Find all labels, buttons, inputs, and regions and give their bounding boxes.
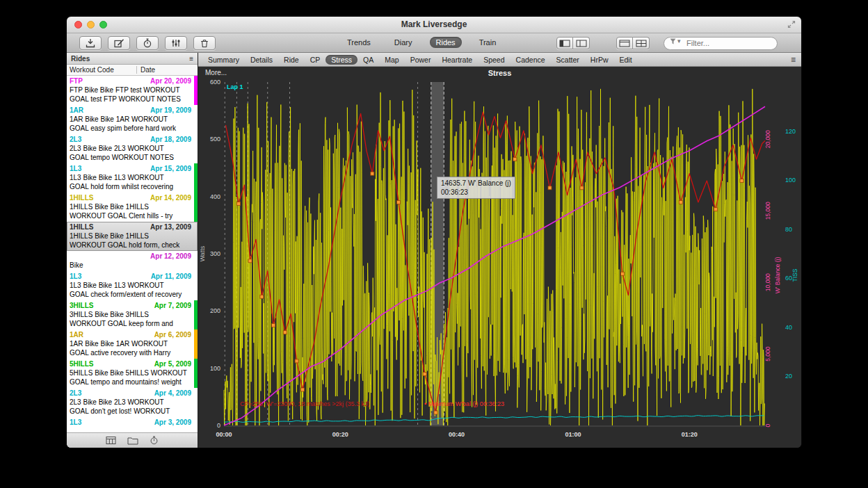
match-marker — [248, 259, 252, 263]
stopwatch-icon — [143, 38, 152, 48]
stress-chart[interactable]: 00:0000:2000:4001:0001:20010020030040050… — [198, 67, 801, 448]
ride-row[interactable]: FTPApr 20, 2009FTP Bike Bike FTP test WO… — [67, 76, 198, 105]
column-header-date[interactable]: Date — [136, 66, 198, 74]
ride-description-line: GOAL don't get lost! WORKOUT — [70, 407, 191, 416]
ride-color-bar — [194, 193, 198, 222]
calendar-icon[interactable] — [106, 436, 116, 445]
ride-description-line: 1L3 Bike Bike 1L3 WORKOUT — [70, 173, 191, 182]
ride-workout-code: 1AR — [70, 330, 83, 339]
ride-row[interactable]: 1L3Apr 11, 20091L3 Bike Bike 1L3 WORKOUT… — [67, 271, 198, 300]
x-tick-label: 01:20 — [682, 431, 698, 438]
chart-annotation: • Minimum W'bal (j) 00:36:23 — [424, 400, 504, 407]
tab-edit[interactable]: Edit — [614, 55, 638, 65]
right-sidebar-icon — [576, 40, 587, 47]
toggle-left-sidebar-button[interactable] — [556, 37, 573, 49]
tab-ride[interactable]: Ride — [278, 55, 305, 65]
fullscreen-icon[interactable] — [787, 20, 796, 29]
view-train[interactable]: Train — [473, 37, 503, 48]
match-marker — [621, 272, 625, 275]
view-rides[interactable]: Rides — [430, 37, 462, 48]
tiled-view-button[interactable] — [633, 37, 650, 49]
tab-cadence[interactable]: Cadence — [511, 55, 551, 65]
tab-speed[interactable]: Speed — [478, 55, 510, 65]
y-left-axis-title: Watts — [199, 245, 206, 261]
match-marker — [580, 186, 584, 190]
ride-row[interactable]: 1HILLSApr 14, 20091HILLS Bike Bike 1HILL… — [67, 193, 198, 222]
ride-date: Apr 19, 2009 — [150, 106, 191, 115]
ride-description-line: GOAL test FTP WORKOUT NOTES — [70, 95, 191, 104]
wbal-tick-label: 20,000 — [764, 130, 771, 148]
tab-cp[interactable]: CP — [305, 55, 326, 65]
tab-stress[interactable]: Stress — [326, 55, 357, 65]
ride-row[interactable]: 5HILLSApr 5, 20095HILLS Bike Bike 5HILLS… — [67, 359, 198, 388]
ride-row[interactable]: 1ARApr 6, 20091AR Bike Bike 1AR WORKOUTG… — [67, 330, 198, 359]
ride-date: Apr 15, 2009 — [150, 164, 191, 173]
ride-date: Apr 13, 2009 — [150, 222, 191, 231]
left-sidebar-icon — [559, 40, 570, 47]
chart-tooltip: 14635.7 W' Balance (j) 00:36:23 — [437, 177, 515, 199]
intervals-button[interactable] — [165, 36, 187, 50]
sidebar-menu-icon[interactable]: ≡ — [189, 55, 193, 63]
ride-workout-code: 1L3 — [70, 272, 81, 281]
tiss-tick-label: 20 — [785, 373, 792, 380]
ride-date: Apr 12, 2009 — [150, 252, 191, 261]
ride-description-line: WORKOUT GOAL hold form, check — [70, 241, 191, 250]
ride-color-bar — [194, 76, 198, 105]
ride-description-line: 2L3 Bike Bike 2L3 WORKOUT — [70, 144, 191, 153]
stopwatch-small-icon[interactable] — [150, 436, 159, 445]
single-view-button[interactable] — [616, 37, 633, 49]
y-left-tick-label: 300 — [210, 250, 220, 257]
toggle-right-sidebar-button[interactable] — [573, 37, 590, 49]
ride-date: Apr 6, 2009 — [154, 330, 191, 339]
wbal-tick-label: 0 — [764, 423, 771, 427]
stopwatch-button[interactable] — [136, 36, 159, 50]
ride-row[interactable]: Apr 12, 2009Bike — [67, 251, 198, 271]
ride-row[interactable]: 3HILLSApr 7, 20093HILLS Bike Bike 3HILLS… — [67, 300, 198, 330]
ride-row[interactable]: 1L3Apr 15, 20091L3 Bike Bike 1L3 WORKOUT… — [67, 163, 198, 193]
compose-icon — [113, 38, 124, 48]
ride-workout-code: FTP — [70, 76, 83, 86]
tab-heartrate[interactable]: Heartrate — [436, 55, 478, 65]
sidebar-header: Rides ≡ — [67, 53, 198, 65]
ride-description-line: 1AR Bike Bike 1AR WORKOUT — [70, 115, 191, 124]
ride-row[interactable]: 2L3Apr 4, 20092L3 Bike Bike 2L3 WORKOUTG… — [67, 388, 198, 417]
tabbar-menu-icon[interactable]: ≡ — [791, 55, 796, 65]
ride-date: Apr 3, 2009 — [154, 418, 191, 427]
filter-dropdown-icon[interactable]: ▾ — [677, 38, 681, 44]
tab-qa[interactable]: QA — [357, 55, 379, 65]
tab-power[interactable]: Power — [405, 55, 437, 65]
chart-more-link[interactable]: More... — [205, 69, 227, 76]
match-marker — [679, 200, 682, 204]
chart-annotation: CP=259, W'=23000, 18 matches >2kj (35.3 … — [240, 400, 370, 407]
manual-entry-button[interactable] — [108, 36, 130, 50]
single-view-icon — [619, 40, 630, 47]
ride-description-line: GOAL hold form whilst recovering — [70, 182, 191, 191]
import-ride-button[interactable] — [79, 36, 102, 50]
ride-workout-code: 1HILLS — [70, 222, 93, 231]
tab-scatter[interactable]: Scatter — [551, 55, 585, 65]
ride-description-line: WORKOUT GOAL keep form and — [70, 319, 191, 328]
column-header-workout-code[interactable]: Workout Code — [67, 66, 136, 74]
ride-row[interactable]: 1ARApr 19, 20091AR Bike Bike 1AR WORKOUT… — [67, 105, 198, 134]
tab-summary[interactable]: Summary — [202, 55, 245, 65]
ride-workout-code: 1L3 — [70, 164, 81, 173]
tiled-view-icon — [636, 40, 647, 47]
sliders-icon — [170, 38, 182, 48]
ride-row[interactable]: 1HILLSApr 13, 20091HILLS Bike Bike 1HILL… — [67, 222, 198, 251]
tab-details[interactable]: Details — [245, 55, 278, 65]
ride-row[interactable]: 1L3Apr 3, 2009 — [67, 417, 198, 428]
match-marker — [740, 179, 744, 183]
y-left-tick-label: 500 — [210, 136, 220, 143]
delete-ride-button[interactable] — [193, 36, 216, 50]
view-trends[interactable]: Trends — [341, 37, 377, 48]
tab-map[interactable]: Map — [379, 55, 404, 65]
tab-hrpw[interactable]: HrPw — [585, 55, 614, 65]
ride-color-bar — [194, 300, 198, 330]
view-diary[interactable]: Diary — [388, 37, 419, 48]
ride-date: Apr 11, 2009 — [151, 272, 191, 281]
ride-row[interactable]: 2L3Apr 18, 20092L3 Bike Bike 2L3 WORKOUT… — [67, 134, 198, 163]
ride-description-line: Bike — [70, 261, 191, 270]
ride-description-line: 1AR Bike Bike 1AR WORKOUT — [70, 339, 191, 348]
folder-icon[interactable] — [127, 437, 138, 445]
chart-panel: More... Stress 00:0000:2000:4001:0001:20… — [198, 67, 801, 448]
